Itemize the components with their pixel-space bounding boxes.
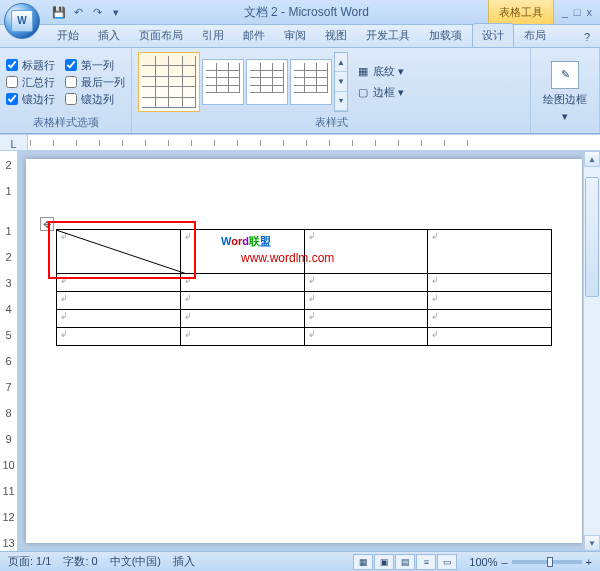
tab-review[interactable]: 审阅	[275, 24, 315, 47]
redo-button[interactable]: ↷	[88, 3, 106, 21]
status-words[interactable]: 字数: 0	[63, 554, 97, 569]
watermark-url: www.wordlm.com	[241, 251, 334, 265]
pen-icon: ✎	[551, 61, 579, 89]
borders-button[interactable]: ▢边框▾	[352, 83, 408, 102]
document-area: 211234567891011121314 ✥ ↲↲↲↲ ↲↲↲↲ ↲↲↲↲ ↲…	[0, 151, 600, 551]
view-web[interactable]: ▤	[395, 554, 415, 570]
minimize-button[interactable]: _	[562, 6, 568, 18]
vertical-ruler[interactable]: 211234567891011121314	[0, 151, 18, 551]
ribbon-tabs: 开始 插入 页面布局 引用 邮件 审阅 视图 开发工具 加载项 设计 布局 ?	[0, 25, 600, 48]
group-table-styles: ▲ ▼ ▾ ▦底纹▾ ▢边框▾ 表样式	[132, 48, 531, 133]
status-mode[interactable]: 插入	[173, 554, 195, 569]
zoom-in-button[interactable]: +	[586, 556, 592, 568]
zoom-control: 100% – +	[469, 556, 592, 568]
group-label: 表样式	[138, 113, 524, 132]
status-bar: 页面: 1/1 字数: 0 中文(中国) 插入 ▦ ▣ ▤ ≡ ▭ 100% –…	[0, 551, 600, 571]
gallery-scroll[interactable]: ▲ ▼ ▾	[334, 52, 348, 112]
tab-mailings[interactable]: 邮件	[234, 24, 274, 47]
shading-button[interactable]: ▦底纹▾	[352, 62, 408, 81]
border-icon: ▢	[356, 86, 370, 100]
table-move-handle[interactable]: ✥	[40, 217, 54, 231]
status-lang[interactable]: 中文(中国)	[110, 554, 161, 569]
tab-insert[interactable]: 插入	[89, 24, 129, 47]
undo-button[interactable]: ↶	[69, 3, 87, 21]
document-scroll[interactable]: ✥ ↲↲↲↲ ↲↲↲↲ ↲↲↲↲ ↲↲↲↲ ↲↲↲↲ Word联盟 www.wo…	[18, 151, 600, 551]
check-last-col[interactable]: 最后一列	[65, 75, 125, 90]
table-row[interactable]: ↲↲↲↲	[57, 292, 552, 310]
style-thumb[interactable]	[202, 59, 244, 105]
zoom-slider[interactable]	[512, 560, 582, 564]
ribbon: 标题行 第一列 汇总行 最后一列 镶边行 镶边列 表格样式选项 ▲ ▼ ▾	[0, 48, 600, 134]
view-outline[interactable]: ≡	[416, 554, 436, 570]
quick-access-toolbar: 💾 ↶ ↷ ▾	[50, 3, 125, 21]
table-row[interactable]: ↲↲↲↲	[57, 310, 552, 328]
help-button[interactable]: ?	[574, 27, 600, 47]
tab-developer[interactable]: 开发工具	[357, 24, 419, 47]
check-total-row[interactable]: 汇总行	[6, 75, 55, 90]
style-thumb[interactable]	[290, 59, 332, 105]
table-row[interactable]: ↲↲↲↲	[57, 274, 552, 292]
gallery-up-icon[interactable]: ▲	[335, 53, 347, 72]
tab-layout[interactable]: 布局	[515, 24, 555, 47]
tab-home[interactable]: 开始	[48, 24, 88, 47]
qat-dropdown[interactable]: ▾	[107, 3, 125, 21]
table-styles-gallery[interactable]: ▲ ▼ ▾	[138, 52, 348, 112]
ruler-corner[interactable]: L	[0, 135, 28, 151]
style-extra-buttons: ▦底纹▾ ▢边框▾	[352, 62, 408, 102]
tab-view[interactable]: 视图	[316, 24, 356, 47]
style-thumb[interactable]	[246, 59, 288, 105]
word-table[interactable]: ↲↲↲↲ ↲↲↲↲ ↲↲↲↲ ↲↲↲↲ ↲↲↲↲	[56, 229, 552, 346]
maximize-button[interactable]: □	[574, 6, 581, 18]
title-bar: W 💾 ↶ ↷ ▾ 文档 2 - Microsoft Word 表格工具 _ □…	[0, 0, 600, 25]
tab-design[interactable]: 设计	[472, 23, 514, 47]
status-page[interactable]: 页面: 1/1	[8, 554, 51, 569]
tab-addins[interactable]: 加载项	[420, 24, 471, 47]
style-thumb-selected[interactable]	[138, 52, 200, 112]
zoom-slider-handle[interactable]	[547, 557, 553, 567]
check-banded-cols[interactable]: 镶边列	[65, 92, 125, 107]
window-title: 文档 2 - Microsoft Word	[125, 4, 488, 21]
draw-borders-button[interactable]: ✎ 绘图边框 ▾	[537, 57, 593, 127]
tab-pagelayout[interactable]: 页面布局	[130, 24, 192, 47]
tab-references[interactable]: 引用	[193, 24, 233, 47]
group-table-style-options: 标题行 第一列 汇总行 最后一列 镶边行 镶边列 表格样式选项	[0, 48, 132, 133]
vertical-scrollbar[interactable]: ▲ ▼	[583, 151, 600, 551]
fill-icon: ▦	[356, 65, 370, 79]
table-row[interactable]: ↲↲↲↲	[57, 328, 552, 346]
scroll-track[interactable]	[584, 167, 600, 535]
view-buttons: ▦ ▣ ▤ ≡ ▭	[353, 554, 457, 570]
save-button[interactable]: 💾	[50, 3, 68, 21]
check-header-row[interactable]: 标题行	[6, 58, 55, 73]
check-first-col[interactable]: 第一列	[65, 58, 125, 73]
group-draw-borders: ✎ 绘图边框 ▾	[531, 48, 600, 133]
horizontal-ruler[interactable]: L 246810121416182022242628303234363840	[0, 134, 600, 151]
zoom-out-button[interactable]: –	[501, 556, 507, 568]
office-button[interactable]: W	[4, 3, 40, 39]
view-fullscreen[interactable]: ▣	[374, 554, 394, 570]
zoom-value[interactable]: 100%	[469, 556, 497, 568]
scroll-thumb[interactable]	[585, 177, 599, 297]
style-options-checks: 标题行 第一列 汇总行 最后一列 镶边行 镶边列	[6, 58, 125, 107]
window-buttons: _ □ x	[554, 6, 600, 18]
view-draft[interactable]: ▭	[437, 554, 457, 570]
close-button[interactable]: x	[587, 6, 593, 18]
contextual-tab-label: 表格工具	[488, 0, 554, 24]
page[interactable]: ✥ ↲↲↲↲ ↲↲↲↲ ↲↲↲↲ ↲↲↲↲ ↲↲↲↲ Word联盟 www.wo…	[26, 159, 582, 543]
group-label: 表格样式选项	[6, 113, 125, 132]
check-banded-rows[interactable]: 镶边行	[6, 92, 55, 107]
gallery-more-icon[interactable]: ▾	[335, 92, 347, 111]
scroll-down-icon[interactable]: ▼	[584, 535, 600, 551]
watermark-text: Word联盟	[221, 231, 271, 249]
gallery-down-icon[interactable]: ▼	[335, 72, 347, 91]
view-print-layout[interactable]: ▦	[353, 554, 373, 570]
scroll-up-icon[interactable]: ▲	[584, 151, 600, 167]
